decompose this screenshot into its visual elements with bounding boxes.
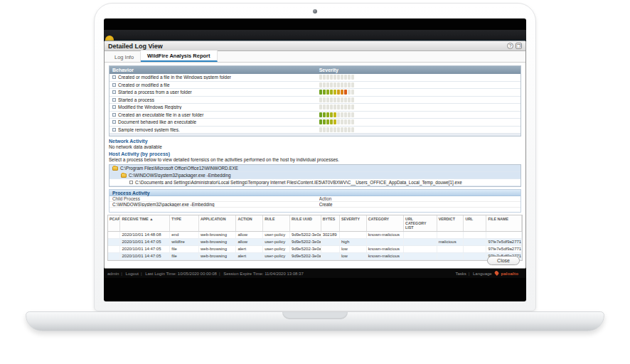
severity-bar	[319, 112, 354, 117]
severity-segment	[341, 82, 343, 87]
severity-segment	[323, 119, 326, 124]
severity-segment	[333, 90, 336, 95]
log-column-header[interactable]: URL CATEGORY LIST	[404, 215, 437, 231]
behavior-row: Created an executable file in a user fol…	[110, 112, 520, 119]
log-column-header[interactable]: RULE	[263, 215, 290, 231]
log-table-cell	[404, 253, 437, 259]
help-icon[interactable]: ?	[507, 43, 513, 49]
behavior-expand-icon[interactable]	[112, 105, 116, 109]
behavior-severity-table: Behavior Severity Created or modified a …	[109, 65, 521, 136]
process-tree-item[interactable]: C:\WINDOWS\system32\packager.exe -Embedd…	[110, 172, 520, 179]
severity-segment	[319, 75, 322, 80]
behavior-row: Started a process	[110, 97, 520, 105]
behavior-expand-icon[interactable]	[112, 128, 116, 132]
log-column-header[interactable]: TYPE	[170, 215, 199, 231]
child-process-value: C:\WINDOWS\system32\packager.exe -Embedd…	[112, 202, 319, 207]
log-table-cell: malicious	[437, 239, 464, 245]
log-column-header[interactable]: SEVERITY	[340, 215, 367, 231]
process-tree-item[interactable]: C:\Documents and Settings\Administrator\…	[110, 179, 520, 186]
logout-link[interactable]: Logout	[126, 272, 142, 276]
log-table-cell	[437, 246, 464, 252]
severity-segment	[319, 127, 322, 132]
log-table-cell: user-policy	[263, 239, 290, 245]
session-info: admin Logout Last Login Time: 10/05/2020…	[107, 272, 306, 276]
process-action-value: Create	[319, 202, 518, 207]
behavior-label-cell: Created an executable file in a user fol…	[112, 112, 319, 117]
behavior-label: Started a process	[118, 97, 154, 102]
log-table-cell	[437, 232, 464, 238]
log-table-cell: file	[170, 253, 199, 259]
log-column-header[interactable]: PCAP	[108, 215, 120, 231]
language-link[interactable]: Language	[473, 272, 492, 276]
detach-icon[interactable]: ❐	[516, 43, 522, 49]
process-activity-rows: C:\WINDOWS\system32\packager.exe -Embedd…	[110, 202, 520, 208]
close-button[interactable]: Close	[487, 256, 520, 265]
severity-segment	[330, 82, 333, 87]
severity-segment	[337, 75, 340, 80]
behavior-expand-icon[interactable]	[112, 83, 116, 87]
log-table-row[interactable]: 2020/10/01 14:47:05fileweb-browsingalert…	[108, 246, 522, 253]
severity-segment	[326, 127, 329, 132]
log-column-header[interactable]: APPLICATION	[199, 215, 236, 231]
log-table-cell: known-malicious	[367, 232, 404, 238]
log-table-row[interactable]: 2020/10/01 14:48:08endweb-browsingallowu…	[108, 232, 522, 239]
severity-segment	[330, 127, 333, 132]
behavior-label-cell: Started a process from a user folder	[112, 90, 319, 95]
log-table-body: 2020/10/01 14:48:08endweb-browsingallowu…	[108, 232, 522, 260]
tasks-link[interactable]: Tasks	[455, 272, 469, 276]
process-path-label: C:\WINDOWS\system32\packager.exe -Embedd…	[129, 173, 230, 178]
log-table-cell: 2020/10/01 14:47:05	[120, 253, 170, 259]
laptop-base	[26, 311, 604, 331]
log-column-header[interactable]: BYTES	[321, 215, 340, 231]
behavior-expand-icon[interactable]	[112, 98, 116, 102]
tab-log-info[interactable]: Log Info	[108, 52, 141, 62]
behavior-expand-icon[interactable]	[112, 90, 116, 94]
log-column-header[interactable]: FILE NAME	[486, 215, 521, 231]
log-column-header[interactable]: URL	[464, 215, 486, 231]
severity-segment	[337, 127, 340, 132]
severity-segment	[341, 90, 343, 95]
log-table-cell: 9d9e5202-3e0a-4f..	[290, 239, 321, 245]
behavior-expand-icon[interactable]	[112, 113, 116, 117]
behavior-expand-icon[interactable]	[112, 120, 116, 124]
severity-segment	[344, 112, 347, 117]
process-tree-item[interactable]: C:\Program Files\Microsoft Office\Office…	[110, 165, 520, 172]
severity-segment	[330, 90, 333, 95]
severity-segment	[326, 75, 329, 80]
folder-icon	[121, 173, 127, 178]
severity-segment	[326, 105, 329, 109]
severity-segment	[319, 119, 322, 124]
behavior-label-cell: Created or modified a file	[112, 82, 319, 87]
severity-segment	[348, 119, 351, 124]
log-table-row[interactable]: 2020/10/01 14:47:05wildfireweb-browsinga…	[108, 239, 522, 246]
log-column-header[interactable]: RECEIVE TIME ▲	[120, 215, 170, 231]
log-column-header[interactable]: ACTION	[236, 215, 263, 231]
behavior-expand-icon[interactable]	[112, 75, 116, 79]
behavior-label-cell: Started a process	[112, 97, 319, 102]
severity-segment	[351, 112, 354, 117]
behavior-label: Sample removed system files.	[118, 127, 180, 132]
network-activity-title: Network Activity	[109, 139, 521, 144]
log-column-header[interactable]: RULE UUID	[290, 215, 321, 231]
log-table-cell: user-policy	[263, 232, 290, 238]
behavior-label-cell: Created or modified a file in the Window…	[112, 75, 319, 80]
severity-segment	[344, 127, 347, 132]
process-activity-row[interactable]: C:\WINDOWS\system32\packager.exe -Embedd…	[110, 202, 520, 208]
log-table-cell	[404, 232, 437, 238]
log-table-row[interactable]: 2020/10/01 14:47:05fileweb-browsingalert…	[108, 253, 522, 260]
severity-segment	[319, 82, 322, 87]
log-table-cell	[437, 253, 464, 259]
log-table-cell	[321, 246, 340, 252]
log-column-header[interactable]: CATEGORY	[367, 215, 404, 231]
severity-bar	[319, 97, 354, 102]
tab-wildfire-analysis-report[interactable]: WildFire Analysis Report	[141, 50, 217, 62]
log-column-header[interactable]: VERDICT	[437, 215, 464, 231]
log-table-cell: 9d9e5202-3e0a-4f..	[290, 232, 321, 238]
log-table-cell: web-browsing	[199, 232, 236, 238]
behavior-column-header: Behavior	[112, 68, 319, 73]
severity-segment	[333, 112, 336, 117]
log-table-cell	[108, 253, 120, 259]
checkbox-icon[interactable]	[129, 181, 133, 184]
behavior-label: Started a process from a user folder	[118, 90, 192, 95]
severity-segment	[337, 112, 340, 117]
